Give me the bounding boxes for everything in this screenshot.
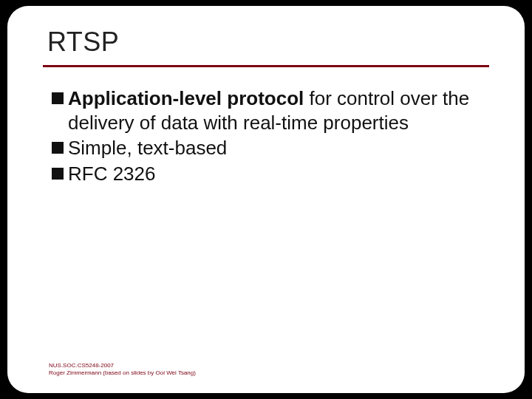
bullet-text: Simple, text-based bbox=[68, 136, 483, 160]
bullet-text: Application-level protocol for control o… bbox=[68, 86, 483, 134]
bullet-item: RFC 2326 bbox=[52, 162, 483, 186]
square-bullet-icon bbox=[52, 142, 64, 154]
footer-line2: Roger Zimmermann (based on slides by Ooi… bbox=[49, 369, 196, 377]
bullet-item: Application-level protocol for control o… bbox=[52, 86, 483, 134]
bullet-bold: Application-level protocol bbox=[68, 87, 304, 109]
slide-title: RTSP bbox=[47, 27, 489, 58]
slide: RTSP Application-level protocol for cont… bbox=[7, 6, 525, 393]
title-underline bbox=[43, 65, 489, 67]
slide-body: Application-level protocol for control o… bbox=[43, 86, 489, 185]
square-bullet-icon bbox=[52, 92, 64, 104]
bullet-item: Simple, text-based bbox=[52, 136, 483, 160]
square-bullet-icon bbox=[52, 168, 64, 180]
footer: NUS.SOC.CS5248-2007 Roger Zimmermann (ba… bbox=[49, 362, 196, 377]
footer-line1: NUS.SOC.CS5248-2007 bbox=[49, 362, 196, 369]
bullet-text: RFC 2326 bbox=[68, 162, 483, 186]
